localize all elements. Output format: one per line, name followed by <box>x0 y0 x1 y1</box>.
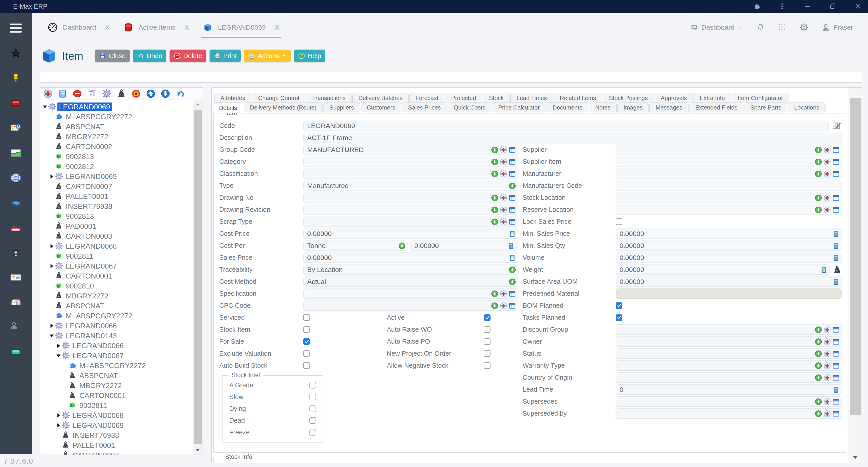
country-of-origin-field[interactable] <box>616 373 842 383</box>
lookup-table-icon[interactable] <box>832 206 840 213</box>
tab-extended-fields[interactable]: Extended Fields <box>689 103 743 113</box>
tree-item[interactable]: CARTON0001 <box>40 271 193 281</box>
close-icon[interactable] <box>854 2 863 11</box>
expander-right-icon[interactable] <box>49 323 55 328</box>
tree-item[interactable]: ABSPCNAT <box>40 371 193 381</box>
move-up-tool-icon[interactable] <box>146 89 156 98</box>
tree-item[interactable]: MBGRY2272 <box>40 381 193 390</box>
lookup-table-icon[interactable] <box>832 350 840 357</box>
tree-item[interactable]: 9002810 <box>40 281 193 291</box>
tree-item[interactable]: 9002813 <box>40 152 193 162</box>
expander-down-icon[interactable] <box>55 353 62 358</box>
tab-stock[interactable]: Stock <box>483 93 510 103</box>
cost-per-field-1[interactable]: Tonne <box>303 240 408 251</box>
lookup-table-icon[interactable] <box>832 158 840 166</box>
tree-item[interactable]: M=ABSPCGRY2272 <box>40 311 193 321</box>
specification-field[interactable] <box>303 289 518 299</box>
lookup-table-icon[interactable] <box>832 146 840 154</box>
contact-card-icon[interactable] <box>9 271 22 284</box>
supersedes-field[interactable] <box>616 397 842 407</box>
tab-documents[interactable]: Documents <box>547 103 589 113</box>
dropdown-arrow-icon[interactable] <box>491 146 498 154</box>
predefined-material-field[interactable] <box>616 289 842 299</box>
dropdown-arrow-icon[interactable] <box>491 158 498 166</box>
dropdown-arrow-icon[interactable] <box>815 350 822 357</box>
tree-item[interactable]: LEGRAND0067 <box>40 261 193 271</box>
slow-checkbox[interactable] <box>309 394 316 400</box>
gear-tool-icon[interactable] <box>102 89 112 98</box>
tree-scroll-thumb[interactable] <box>194 110 202 444</box>
tab-customers[interactable]: Customers <box>361 103 401 113</box>
warranty-type-field[interactable] <box>616 360 842 371</box>
tree-item[interactable]: LEGRAND0069 <box>40 172 193 181</box>
scroll-up-icon[interactable] <box>193 100 203 109</box>
help-button[interactable]: ?Help <box>294 50 325 62</box>
lookup-table-icon[interactable] <box>832 398 840 405</box>
calculator-icon[interactable] <box>508 254 516 262</box>
traceability-field[interactable]: By Location <box>303 264 518 275</box>
calculator-icon[interactable] <box>832 278 840 286</box>
grid-edit-icon[interactable] <box>832 121 842 131</box>
open-tab-dashboard[interactable]: DashboardX <box>46 16 112 39</box>
dropdown-arrow-icon[interactable] <box>491 194 498 202</box>
tree-item[interactable]: LEGRAND0069 <box>40 102 193 112</box>
auto-raise-wo-checkbox[interactable] <box>484 326 491 333</box>
surface-area-uom-field[interactable]: 0.00000 <box>616 276 842 287</box>
lookup-table-icon[interactable] <box>832 338 840 346</box>
actions-button[interactable]: Actions <box>244 50 291 62</box>
tab-approvals[interactable]: Approvals <box>655 93 693 103</box>
freeze-checkbox[interactable] <box>309 429 316 436</box>
calculator-icon[interactable] <box>820 266 828 273</box>
notifications-bell-icon[interactable] <box>756 23 765 32</box>
add-new-icon[interactable] <box>824 362 831 370</box>
add-new-icon[interactable] <box>824 146 831 154</box>
lookup-table-icon[interactable] <box>832 194 840 202</box>
add-new-icon[interactable] <box>824 338 831 346</box>
star-icon[interactable] <box>9 47 22 60</box>
app-grid-icon[interactable] <box>778 23 787 32</box>
auto-build-stock-checkbox[interactable] <box>303 362 310 369</box>
user-menu[interactable]: Fraser <box>821 23 853 32</box>
dropdown-arrow-icon[interactable] <box>508 182 516 189</box>
add-new-icon[interactable] <box>824 410 831 417</box>
tab-stock-postings[interactable]: Stock Postings <box>603 93 654 103</box>
scrap-type-field[interactable] <box>303 216 518 227</box>
min-sales-price-field[interactable]: 0.00000 <box>616 229 842 239</box>
tab-attributes[interactable]: Attributes <box>214 93 251 103</box>
remove-tool-icon[interactable] <box>72 89 82 98</box>
tab-projected[interactable]: Projected <box>445 93 482 103</box>
drawing-revision-field[interactable] <box>303 205 518 215</box>
exclude-valuation-checkbox[interactable] <box>303 350 310 357</box>
lead-time-field[interactable]: 0 <box>616 384 842 395</box>
close-tab-icon[interactable]: X <box>275 24 279 31</box>
lock-sales-price-checkbox[interactable] <box>616 218 622 225</box>
cost-price-field[interactable]: 0.00000 <box>303 229 518 239</box>
tab-forecast[interactable]: Forecast <box>409 93 444 103</box>
add-new-icon[interactable] <box>824 398 831 405</box>
lookup-table-icon[interactable] <box>832 374 840 381</box>
lookup-table-icon[interactable] <box>832 362 840 370</box>
lookup-table-icon[interactable] <box>508 194 516 202</box>
undo-button[interactable]: Undo <box>133 50 166 62</box>
tree-scrollbar[interactable] <box>193 100 203 455</box>
tab-price-calculator[interactable]: Price Calculator <box>492 103 546 113</box>
green-button-icon[interactable] <box>9 346 22 358</box>
tab-change-control[interactable]: Change Control <box>252 93 305 103</box>
add-new-icon[interactable] <box>824 350 831 357</box>
copy-tool-icon[interactable] <box>87 89 97 98</box>
tree-item[interactable]: CARTON0007 <box>40 450 193 455</box>
blue-slab-icon[interactable] <box>9 196 22 209</box>
extensions-icon[interactable] <box>752 2 761 11</box>
tree-item[interactable]: CARTON0007 <box>40 181 193 192</box>
expander-right-icon[interactable] <box>49 264 55 269</box>
dead-checkbox[interactable] <box>309 417 316 424</box>
tree-item[interactable]: LEGRAND0067 <box>40 351 193 361</box>
tree-item[interactable]: PALLET0001 <box>40 192 193 201</box>
cpc-code-field[interactable] <box>303 300 518 311</box>
serviced-checkbox[interactable] <box>303 314 310 321</box>
person-icon[interactable] <box>9 321 22 333</box>
status-field[interactable] <box>616 348 842 359</box>
dashboard-view-select[interactable]: Dashboard <box>690 23 744 31</box>
settings-gear-icon[interactable] <box>800 23 809 32</box>
category-field[interactable] <box>303 156 518 167</box>
